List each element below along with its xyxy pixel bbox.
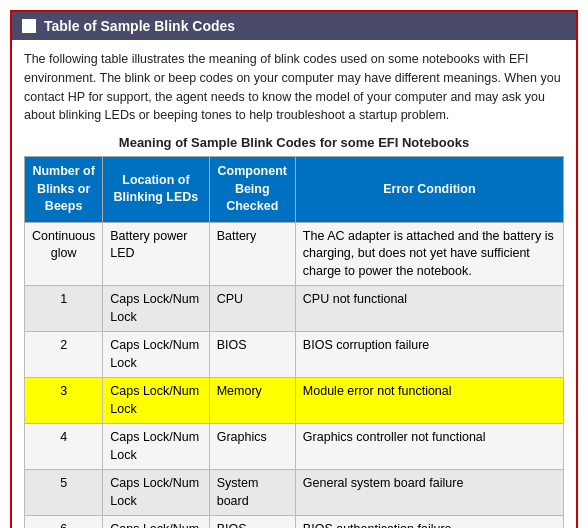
table-row: 3Caps Lock/Num LockMemoryModule error no… bbox=[25, 378, 564, 424]
col-header-component: Component Being Checked bbox=[209, 157, 295, 223]
table-title: Meaning of Sample Blink Codes for some E… bbox=[24, 135, 564, 150]
col-header-error: Error Condition bbox=[295, 157, 563, 223]
table-header-row: Number of Blinks or Beeps Location of Bl… bbox=[25, 157, 564, 223]
table-row: 1Caps Lock/Num LockCPUCPU not functional bbox=[25, 286, 564, 332]
intro-text: The following table illustrates the mean… bbox=[24, 50, 564, 125]
table-icon bbox=[22, 19, 36, 33]
table-row: 4Caps Lock/Num LockGraphicsGraphics cont… bbox=[25, 424, 564, 470]
table-body: Continuous glowBattery power LEDBatteryT… bbox=[25, 222, 564, 528]
table-row: 5Caps Lock/Num LockSystem boardGeneral s… bbox=[25, 470, 564, 516]
table-row: 2Caps Lock/Num LockBIOSBIOS corruption f… bbox=[25, 332, 564, 378]
table-row: 6Caps Lock/Num LockBIOSBIOS authenticati… bbox=[25, 516, 564, 529]
card-title: Table of Sample Blink Codes bbox=[44, 18, 235, 34]
blink-codes-table: Number of Blinks or Beeps Location of Bl… bbox=[24, 156, 564, 528]
card-header: Table of Sample Blink Codes bbox=[12, 12, 576, 40]
col-header-location: Location of Blinking LEDs bbox=[103, 157, 209, 223]
blink-codes-card: Table of Sample Blink Codes The followin… bbox=[10, 10, 578, 528]
col-header-blinks: Number of Blinks or Beeps bbox=[25, 157, 103, 223]
card-body: The following table illustrates the mean… bbox=[12, 40, 576, 528]
table-row: Continuous glowBattery power LEDBatteryT… bbox=[25, 222, 564, 286]
